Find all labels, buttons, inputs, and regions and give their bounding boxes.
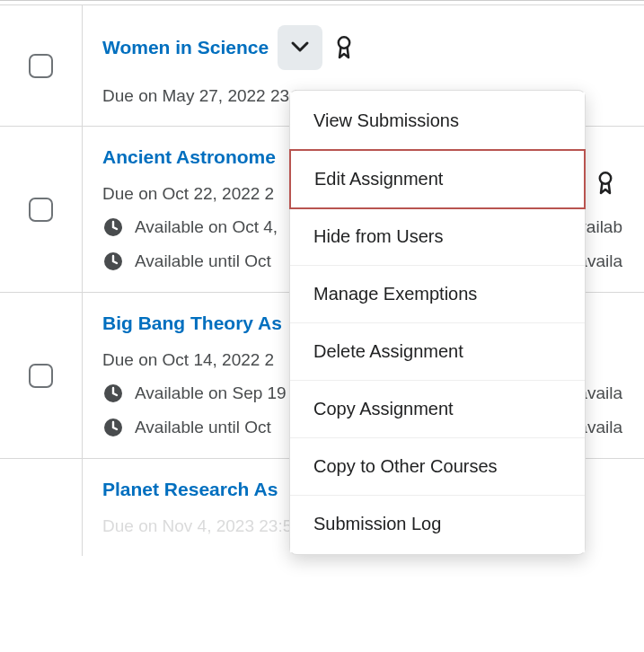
assignment-link[interactable]: Women in Science: [102, 37, 269, 58]
clock-icon: [102, 417, 124, 438]
award-icon: [331, 35, 357, 60]
clock-icon: [102, 251, 124, 272]
row-checkbox[interactable]: [29, 364, 53, 388]
clock-icon: [102, 216, 124, 238]
checkbox-cell: [0, 5, 83, 126]
row-checkbox[interactable]: [29, 54, 53, 78]
menu-item-copy-to-other-courses[interactable]: Copy to Other Courses: [290, 438, 585, 496]
title-line: Women in Science: [102, 25, 622, 70]
menu-item-view-submissions[interactable]: View Submissions: [290, 93, 585, 150]
assignment-link[interactable]: Planet Research As: [102, 479, 278, 500]
checkbox-cell: [0, 459, 83, 556]
assignment-link[interactable]: Big Bang Theory As: [102, 313, 282, 334]
row-checkbox[interactable]: [29, 198, 53, 222]
chevron-down-icon: [290, 37, 310, 59]
actions-dropdown: View SubmissionsEdit AssignmentHide from…: [289, 90, 586, 555]
clock-icon: [102, 383, 124, 404]
checkbox-cell: [0, 127, 83, 292]
award-icon: [593, 171, 618, 196]
actions-menu-button[interactable]: [278, 25, 322, 70]
menu-item-hide-from-users[interactable]: Hide from Users: [290, 208, 585, 266]
checkbox-cell: [0, 293, 83, 458]
menu-item-edit-assignment[interactable]: Edit Assignment: [289, 149, 586, 209]
menu-item-manage-exemptions[interactable]: Manage Exemptions: [290, 266, 585, 323]
menu-item-submission-log[interactable]: Submission Log: [290, 496, 585, 552]
menu-item-copy-assignment[interactable]: Copy Assignment: [290, 381, 585, 438]
assignment-link[interactable]: Ancient Astronome: [102, 146, 276, 168]
menu-item-delete-assignment[interactable]: Delete Assignment: [290, 323, 585, 381]
